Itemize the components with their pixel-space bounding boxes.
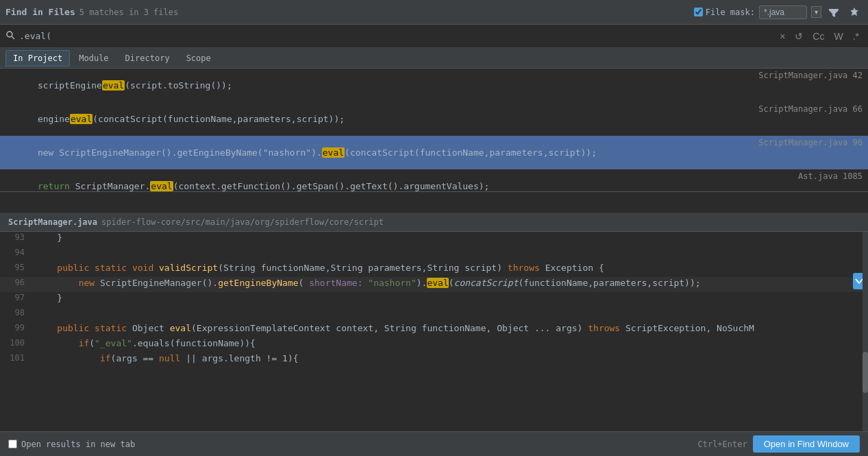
result-file: Ast.java 1085: [798, 171, 863, 181]
result-file: ScriptManager.java 96: [758, 138, 863, 147]
code-panel[interactable]: 93 } 94 95 public static void validScrip…: [0, 232, 868, 431]
line-content: if(args == null || args.length != 1){: [33, 352, 868, 368]
code-line-95: 95 public static void validScript(String…: [0, 262, 868, 277]
line-content: public static void validScript(String fu…: [33, 262, 868, 277]
line-number: 93: [0, 232, 33, 247]
line-number: 100: [0, 337, 33, 352]
breadcrumb-path: spider-flow-core/src/main/java/org/spide…: [101, 217, 384, 227]
result-code: new ScriptEngineManager().getEngineByNam…: [5, 137, 750, 168]
code-line-93: 93 }: [0, 232, 868, 247]
result-file: ScriptManager.java 42: [758, 71, 863, 80]
filemask-label-text: File mask:: [706, 8, 755, 17]
scope-tabs: In Project Module Directory Scope: [0, 48, 868, 69]
top-bar: Find in Files 5 matches in 3 files File …: [0, 0, 868, 25]
refresh-button[interactable]: ↺: [791, 29, 806, 43]
tab-directory[interactable]: Directory: [118, 50, 177, 67]
line-number: 101: [0, 352, 33, 368]
search-icon: [5, 30, 15, 42]
line-content: if("_eval".equals(functionName)){: [33, 337, 868, 352]
result-file: ScriptManager.java 66: [758, 104, 863, 114]
regex-button[interactable]: .*: [850, 29, 863, 43]
code-line-101: 101 if(args == null || args.length != 1)…: [0, 352, 868, 368]
filemask-checkbox[interactable]: [694, 8, 703, 16]
top-bar-icons: File mask: ▾: [694, 5, 863, 19]
open-find-window-button[interactable]: Open in Find Window: [753, 435, 860, 453]
code-line-98: 98: [0, 307, 868, 322]
result-row[interactable]: engineeval(concatScript(functionName,par…: [0, 102, 868, 136]
line-number: 99: [0, 322, 33, 337]
filemask-checkbox-label[interactable]: File mask:: [694, 8, 755, 17]
pin-icon[interactable]: [846, 5, 863, 19]
line-content: public static Object eval(ExpressionTemp…: [33, 322, 868, 337]
line-content: [33, 247, 868, 262]
open-new-tab-label[interactable]: Open results in new tab: [8, 440, 135, 449]
tab-scope[interactable]: Scope: [179, 50, 219, 67]
search-bar: .eval( × ↺ Cc W .*: [0, 25, 868, 48]
vertical-scrollbar[interactable]: [863, 232, 868, 431]
filemask-input[interactable]: [759, 5, 807, 19]
panel-title: Find in Files: [5, 7, 75, 17]
line-number: 97: [0, 292, 33, 307]
shortcut-hint: Ctrl+Enter: [697, 440, 747, 449]
search-actions: × ↺ Cc W .*: [776, 29, 863, 43]
open-new-tab-checkbox[interactable]: [8, 440, 17, 448]
case-sensitive-button[interactable]: Cc: [809, 29, 828, 43]
scrollbar-thumb[interactable]: [863, 352, 868, 393]
line-content: new ScriptEngineManager().getEngineByNam…: [33, 277, 868, 292]
svg-line-1: [12, 36, 14, 39]
search-query[interactable]: .eval(: [19, 31, 776, 41]
code-line-94: 94: [0, 247, 868, 262]
result-row[interactable]: new ScriptEngineManager().getEngineByNam…: [0, 136, 868, 169]
code-line-97: 97 }: [0, 292, 868, 307]
match-count: 5 matches in 3 files: [79, 8, 694, 17]
result-code: scriptEngineeval(script.toString());: [5, 70, 750, 101]
results-panel[interactable]: scriptEngineeval(script.toString()); Scr…: [0, 69, 868, 192]
result-code: engineeval(concatScript(functionName,par…: [5, 104, 750, 134]
bottom-right: Ctrl+Enter Open in Find Window: [697, 435, 860, 453]
whole-word-button[interactable]: W: [830, 29, 846, 43]
tab-in-project[interactable]: In Project: [5, 50, 70, 67]
open-new-tab-text: Open results in new tab: [21, 440, 135, 449]
line-number: 98: [0, 307, 33, 322]
clear-search-button[interactable]: ×: [776, 29, 789, 43]
result-code: return ScriptManager.eval(context.getFun…: [5, 171, 790, 192]
filemask-dropdown[interactable]: ▾: [811, 6, 821, 18]
result-row[interactable]: return ScriptManager.eval(context.getFun…: [0, 169, 868, 192]
code-line-100: 100 if("_eval".equals(functionName)){: [0, 337, 868, 352]
svg-point-0: [7, 32, 12, 37]
line-content: [33, 307, 868, 322]
tab-module[interactable]: Module: [71, 50, 116, 67]
line-number: 95: [0, 262, 33, 277]
line-number: 96: [0, 277, 33, 292]
file-breadcrumb: ScriptManager.java spider-flow-core/src/…: [0, 213, 868, 232]
result-row[interactable]: scriptEngineeval(script.toString()); Scr…: [0, 69, 868, 102]
bottom-bar: Open results in new tab Ctrl+Enter Open …: [0, 431, 868, 456]
svg-line-4: [856, 279, 859, 283]
code-line-96: 96 new ScriptEngineManager().getEngineBy…: [0, 277, 868, 292]
line-number: 94: [0, 247, 33, 262]
line-content: }: [33, 292, 868, 307]
line-content: }: [33, 232, 868, 247]
breadcrumb-filename: ScriptManager.java: [8, 217, 97, 227]
code-line-99: 99 public static Object eval(ExpressionT…: [0, 322, 868, 337]
filter-icon[interactable]: [826, 5, 842, 19]
